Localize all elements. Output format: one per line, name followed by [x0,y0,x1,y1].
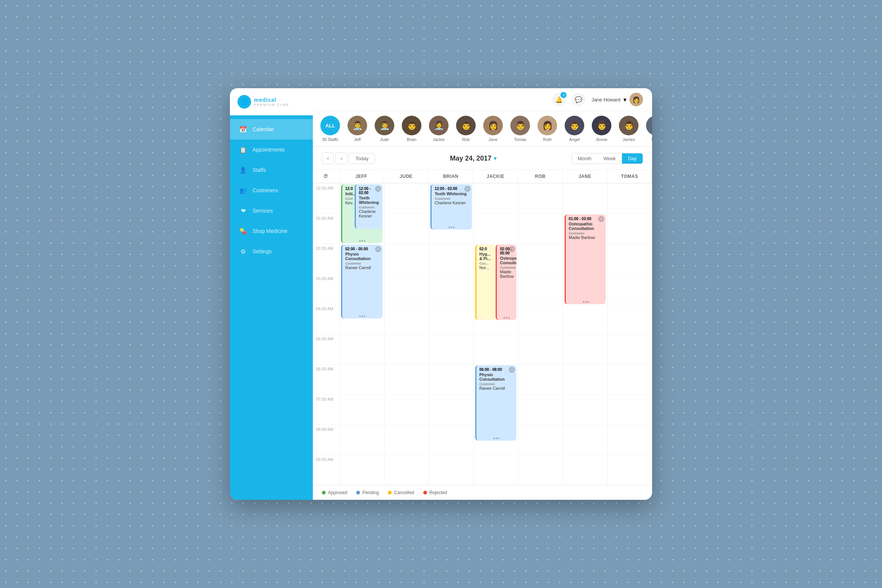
legend-dot-rejected [423,491,427,495]
staff-jeff[interactable]: 👨‍⚕️ Jeff [348,116,367,142]
time-700am: 07:00 AM [313,395,339,425]
main-content: 🔔 3 💬 Jane Howard ▾ 👩 ALL 30 Staffs 👨‍⚕️… [313,88,652,500]
appt-title: Physio Consultation [479,372,514,381]
appt-jackie-1[interactable]: 02:0 Hyg... & Pi... Cus... Nor... [475,245,496,320]
legend-dot-approved [322,491,326,495]
legend-label-pending: Pending [362,490,379,495]
staff-brian[interactable]: 👨 Brian [402,116,421,142]
header-jeff: JEFF [339,170,384,183]
sidebar-label-staffs: Staffs [253,167,266,173]
sidebar-label-appointments: Appointments [253,147,285,153]
prev-button[interactable]: ‹ [322,152,334,164]
staff-jude[interactable]: 👨‍⚕️ Jude [375,116,394,142]
appt-label: Customer [569,231,603,235]
time-300am: 03:00 AM [313,274,339,304]
time-100am: 01:00 AM [313,214,339,244]
sidebar-item-appointments[interactable]: 📋 Appointments [230,139,313,160]
time-200am: 02:00 AM [313,244,339,274]
sidebar-item-shop-medicine[interactable]: 💊 Shop Medicine [230,221,313,241]
next-button[interactable]: › [335,152,348,164]
staff-rob[interactable]: 👨 Rob [456,116,476,142]
day-view-btn[interactable]: Day [622,153,643,164]
close-appt-jane-1[interactable]: × [598,216,604,222]
today-button[interactable]: Today [349,153,375,164]
close-appt-jeff-3[interactable]: × [375,246,381,252]
grid-body: 12:00 AM 01:00 AM 02:00 AM 03:00 AM 04:0… [313,184,652,485]
dropdown-arrow: ▾ [623,96,626,103]
staff-avatar-ruth: 👩 [537,116,557,135]
appt-jane-1[interactable]: × 01:00 - 03:00 Osteopathic Consultation… [565,214,606,304]
notification-count: 3 [560,92,567,98]
logo-icon: 🌐 [237,95,251,109]
appt-time: 02:0 [479,247,493,251]
staff-ruth[interactable]: 👩 Ruth [537,116,557,142]
staff-avatar-jude: 👨‍⚕️ [375,116,394,135]
staff-avatar-jeff: 👨‍⚕️ [348,116,367,135]
sidebar-nav: 📅 Calendar 📋 Appointments 👤 Staffs 👥 Cus… [230,119,313,500]
appt-customer: Charlene Kesner [359,209,380,218]
calendar-controls: ‹ › Today May 24, 2017 ▾ Month Week Day [313,147,652,170]
staff-avatar-brian: 👨 [402,116,421,135]
staff-name-tomas: Tomas [514,137,526,142]
header-tomas: TOMAS [607,170,652,183]
staff-james[interactable]: 👨 James [619,116,639,142]
week-view-btn[interactable]: Week [597,153,622,164]
staff-jessie[interactable]: 👨 Jessie [592,116,611,142]
legend-cancelled: Cancelled [388,490,414,495]
appt-label: Customer [479,382,514,386]
sidebar-item-staffs[interactable]: 👤 Staffs [230,160,313,180]
date-dropdown-arrow[interactable]: ▾ [494,155,496,161]
appt-customer: Ranee Carroll [345,265,380,270]
month-view-btn[interactable]: Month [572,153,597,164]
staff-angel[interactable]: 👨 Angel [565,116,584,142]
col-jane: × 01:00 - 03:00 Osteopathic Consultation… [563,184,608,485]
header-jude: JUDE [384,170,429,183]
staff-all-button[interactable]: ALL 30 Staffs [320,116,340,142]
sidebar-item-services[interactable]: ❤ Services [230,201,313,221]
appt-time: 12:00 - 02:00 [435,187,469,191]
all-staff-badge: ALL [320,116,340,135]
customers-icon: 👥 [239,186,247,194]
appt-jeff-3[interactable]: × 02:00 - 05:00 Physio Consultation Cust… [341,245,383,318]
staff-name-brian: Brian [407,137,416,142]
appt-brian-1[interactable]: × 12:00 - 02:00 Teeth Whitening Customer… [430,184,472,230]
staff-jackie[interactable]: 👩‍⚕️ Jackie [429,116,449,142]
staff-name-rob: Rob [462,137,470,142]
logo-title: medical [254,97,289,103]
staff-name-jude: Jude [380,137,389,142]
staff-tomas[interactable]: 👨 Tomas [510,116,530,142]
close-appt-jackie-3[interactable]: × [509,367,515,373]
col-jude [384,184,429,485]
staff-name-angel: Angel [569,137,580,142]
legend: Approved Pending Cancelled Rejected [313,485,652,500]
staff-avatar-angel: 👨 [565,116,584,135]
appt-jackie-2[interactable]: × 02:00 - 05:00 Osteopathic Consultation… [496,245,516,320]
sidebar-item-calendar[interactable]: 📅 Calendar [230,119,313,139]
close-appt-jeff-2[interactable]: × [375,186,381,192]
appt-label: Customer [359,205,380,209]
appt-jeff-2[interactable]: × 12:00 - 02:00 Teeth Whitening Customer… [355,184,383,229]
staff-avatar-tomas: 👨 [510,116,530,135]
appt-title: Teeth Whitening [359,196,380,205]
staff-name-jessie: Jessie [596,137,607,142]
user-menu[interactable]: Jane Howard ▾ 👩 [591,93,643,106]
sidebar-item-customers[interactable]: 👥 Customers [230,180,313,201]
staff-avatar-jessie: 👨 [592,116,611,135]
appt-label: Customer [500,266,513,270]
close-appt-brian-1[interactable]: × [464,186,470,192]
sidebar-item-settings[interactable]: ⚙ Settings [230,241,313,262]
appt-jackie-3[interactable]: × 06:00 - 08:00 Physio Consultation Cust… [475,365,517,441]
header-brian: BRIAN [429,170,473,183]
message-icon[interactable]: 💬 [572,93,585,106]
sidebar-label-settings: Settings [253,248,272,254]
time-column: 12:00 AM 01:00 AM 02:00 AM 03:00 AM 04:0… [313,184,339,485]
staff-name-jane: Jane [488,137,498,142]
sidebar-label-shop-medicine: Shop Medicine [253,228,288,234]
legend-label-approved: Approved [328,490,347,495]
staff-mike[interactable]: 👨‍⚕️ Mike [646,116,652,142]
close-appt-jackie-2[interactable]: × [509,246,515,252]
staff-jane[interactable]: 👩 Jane [483,116,503,142]
col-brian: × 12:00 - 02:00 Teeth Whitening Customer… [429,184,473,485]
notification-bell[interactable]: 🔔 3 [552,93,566,106]
legend-pending: Pending [356,490,379,495]
